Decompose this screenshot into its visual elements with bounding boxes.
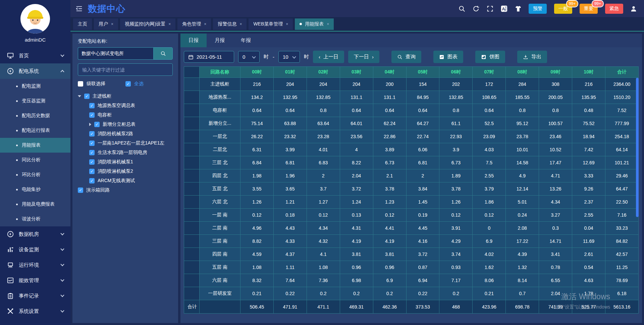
select-all-label[interactable]: 全选 bbox=[134, 81, 144, 87]
value-cell: 2.55 bbox=[572, 209, 605, 222]
chevron-down-icon bbox=[292, 55, 296, 58]
value-cell: 0.8 bbox=[439, 104, 473, 117]
sidebar-item-data-room[interactable]: 数据机房 bbox=[0, 226, 70, 242]
next-day-button[interactable]: 下一日 › bbox=[348, 51, 379, 63]
sidebar-item-energy-fee-report[interactable]: 用能及电费报表 bbox=[0, 197, 70, 212]
column-header: 05时 bbox=[406, 67, 439, 78]
value-cell: 4.16 bbox=[406, 235, 439, 248]
avatar[interactable]: adminDC bbox=[0, 0, 70, 48]
tree-checkbox[interactable]: ✓ bbox=[89, 169, 95, 174]
alarm-badge-important[interactable]: 重要99+ bbox=[580, 4, 598, 14]
value-cell: 135.95 bbox=[572, 91, 605, 104]
tree-checkbox[interactable]: ✓ bbox=[89, 131, 95, 137]
sidebar-item-pd-run-report[interactable]: 配电运行报表 bbox=[0, 123, 70, 138]
tree-checkbox[interactable]: ✓ bbox=[89, 159, 95, 165]
theme-shirt-icon[interactable] bbox=[515, 5, 522, 12]
report-tab-yearly[interactable]: 年报 bbox=[233, 34, 259, 47]
sidebar-item-system-settings[interactable]: 系统设置 bbox=[0, 304, 70, 319]
date-picker[interactable]: 2021-05-11 bbox=[184, 51, 234, 63]
hour-to-select[interactable]: 10 bbox=[278, 51, 300, 63]
alarm-badge-general[interactable]: 一般99+ bbox=[554, 4, 572, 14]
tree-node[interactable]: ✓主进线柜 bbox=[78, 92, 173, 101]
sidebar-item-energy-mgmt[interactable]: 能效管理 bbox=[0, 273, 70, 288]
tree-checkbox[interactable]: ✓ bbox=[89, 112, 95, 118]
tree-node[interactable]: ✓消防喷淋机械泵2 bbox=[78, 167, 173, 176]
tab-home[interactable]: 主页 bbox=[73, 18, 92, 30]
close-icon[interactable]: × bbox=[327, 22, 329, 26]
tree-checkbox[interactable]: ✓ bbox=[89, 150, 95, 155]
cascade-checkbox[interactable] bbox=[78, 81, 83, 87]
value-cell: 11.69 bbox=[572, 235, 605, 248]
tree-node[interactable]: ✓新增分立柜总表 bbox=[78, 120, 173, 129]
vertical-scrollbar-thumb[interactable] bbox=[636, 78, 639, 217]
close-icon[interactable]: × bbox=[204, 22, 206, 26]
tab-energy-report[interactable]: 用能报表× bbox=[295, 18, 334, 30]
report-tab-daily[interactable]: 日报 bbox=[180, 34, 207, 47]
tree-node[interactable]: ✓演示箱回路 bbox=[78, 185, 173, 195]
value-cell: 0.78 bbox=[539, 261, 572, 274]
sidebar-item-meter-reading[interactable]: 电能集抄 bbox=[0, 182, 70, 197]
sidebar-item-mom-analysis[interactable]: 环比分析 bbox=[0, 167, 70, 182]
report-tab-monthly[interactable]: 月报 bbox=[207, 34, 233, 47]
tab-users[interactable]: 用户× bbox=[94, 18, 118, 30]
tree-node[interactable]: ✓生活水泵2路一层弱电房 bbox=[78, 148, 173, 157]
close-icon[interactable]: × bbox=[239, 22, 242, 26]
sidebar-item-runtime-env[interactable]: 运行环境 bbox=[0, 257, 70, 273]
collapse-arrow-icon[interactable] bbox=[89, 123, 91, 126]
refresh-icon[interactable] bbox=[472, 5, 480, 12]
tree-checkbox[interactable]: ✓ bbox=[78, 187, 83, 193]
translate-icon[interactable]: A文 bbox=[500, 5, 508, 12]
sidebar-item-pd-history[interactable]: 配电历史数据 bbox=[0, 108, 70, 123]
table-row: 新增分立...75.1463.8863.6464.0162.2464.2761.… bbox=[184, 117, 639, 130]
export-button[interactable]: 导出 bbox=[517, 51, 547, 63]
close-icon[interactable]: × bbox=[286, 22, 288, 26]
tab-role-mgmt[interactable]: 角色管理× bbox=[177, 18, 211, 30]
sidebar-item-home[interactable]: 首页 bbox=[0, 48, 70, 63]
tree-node[interactable]: ✓消防栓机械泵2路 bbox=[78, 129, 173, 139]
expand-arrow-icon[interactable] bbox=[78, 95, 81, 97]
tree-checkbox[interactable]: ✓ bbox=[94, 122, 100, 127]
alarm-badge-urgent[interactable]: 紧急 bbox=[605, 4, 623, 14]
tab-web-menu[interactable]: WEB菜单管理× bbox=[249, 18, 293, 30]
tab-video-settings[interactable]: 视频监控(内网)设置× bbox=[120, 18, 175, 30]
table-row: 一层研发室0.210.220.20.20.20.220.20.210.72.04… bbox=[184, 287, 639, 300]
sidebar-item-transformer-monitor[interactable]: 变压器监测 bbox=[0, 94, 70, 108]
tree-node[interactable]: ✓地源热泵空调总表 bbox=[78, 101, 173, 110]
report-table-wrap: 回路名称00时01时02时03时04时05时06时07时08时09时10时合计主… bbox=[184, 66, 639, 314]
station-name-input[interactable] bbox=[78, 47, 153, 60]
hour-from-select[interactable]: 0 bbox=[238, 51, 260, 63]
chart-button[interactable]: 图表 bbox=[433, 51, 463, 63]
table-row: 三层 南8.824.334.324.194.194.164.296.917.22… bbox=[184, 235, 639, 248]
prev-day-button[interactable]: ‹ 上一日 bbox=[313, 51, 344, 63]
tree-checkbox[interactable]: ✓ bbox=[89, 178, 95, 183]
bullet-icon bbox=[16, 218, 18, 220]
query-button[interactable]: 查询 bbox=[391, 51, 421, 63]
tree-node[interactable]: ✓ARCM无线表测试 bbox=[78, 176, 173, 185]
tree-checkbox[interactable]: ✓ bbox=[89, 141, 95, 146]
close-icon[interactable]: × bbox=[111, 22, 113, 26]
collapse-menu-icon[interactable] bbox=[75, 5, 83, 12]
tree-checkbox[interactable]: ✓ bbox=[89, 103, 95, 108]
sidebar-item-harmonic-analysis[interactable]: 谐波分析 bbox=[0, 212, 70, 226]
user-icon[interactable] bbox=[630, 5, 637, 12]
alarm-badge-warning[interactable]: 预警 bbox=[529, 4, 547, 14]
search-icon[interactable] bbox=[458, 5, 466, 12]
tree-node[interactable]: ✓消防喷淋机械泵1 bbox=[78, 157, 173, 167]
pie-button[interactable]: 饼图 bbox=[475, 51, 505, 63]
sidebar-item-yoy-analysis[interactable]: 同比分析 bbox=[0, 153, 70, 167]
select-all-checkbox[interactable]: ✓ bbox=[125, 81, 131, 87]
tab-alarm-info[interactable]: 报警信息× bbox=[213, 18, 247, 30]
close-icon[interactable]: × bbox=[168, 22, 171, 26]
sidebar-item-event-log[interactable]: 事件记录 bbox=[0, 288, 70, 304]
station-search-button[interactable] bbox=[153, 47, 173, 60]
sidebar-item-pd-monitor[interactable]: 配电监测 bbox=[0, 79, 70, 94]
tree-node[interactable]: ✓一层南1APE2右一层北1APE1左 bbox=[78, 139, 173, 148]
tree-node[interactable]: ✓电容柜 bbox=[78, 110, 173, 120]
tree-checkbox[interactable]: ✓ bbox=[84, 94, 90, 99]
fullscreen-icon[interactable] bbox=[486, 5, 494, 12]
sidebar-item-power-distribution[interactable]: 配电系统 bbox=[0, 63, 70, 79]
keyword-filter-input[interactable] bbox=[78, 63, 173, 76]
sidebar-item-device-monitor[interactable]: 设备监测 bbox=[0, 242, 70, 257]
value-cell: 0.8 bbox=[307, 104, 340, 117]
sidebar-item-energy-report[interactable]: 用能报表 bbox=[0, 138, 70, 153]
